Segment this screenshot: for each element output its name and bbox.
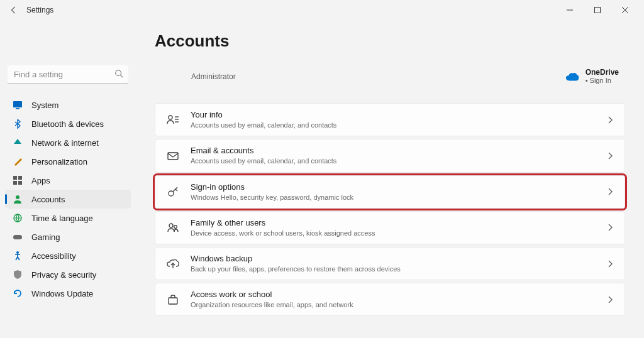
nav-gaming[interactable]: Gaming (5, 227, 131, 246)
person-list-icon (167, 114, 179, 126)
nav-privacy[interactable]: Privacy & security (5, 265, 131, 284)
page-title: Accounts (155, 31, 625, 51)
paintbrush-icon (13, 156, 23, 166)
card-title: Family & other users (191, 218, 596, 229)
svg-rect-5 (16, 108, 19, 109)
svg-rect-4 (13, 101, 22, 107)
person-icon (13, 194, 23, 204)
onedrive-tile[interactable]: OneDrive Sign In (565, 68, 619, 84)
chevron-right-icon (607, 188, 613, 195)
cloud-icon (565, 72, 579, 82)
chevron-right-icon (607, 224, 613, 231)
card-access-work-school[interactable]: Access work or school Organization resou… (155, 283, 625, 316)
card-your-info[interactable]: Your info Accounts used by email, calend… (155, 103, 625, 136)
minimize-icon (567, 7, 573, 13)
nav-bluetooth[interactable]: Bluetooth & devices (5, 114, 131, 133)
briefcase-icon (167, 293, 179, 306)
svg-rect-18 (168, 153, 178, 160)
nav-accessibility[interactable]: Accessibility (5, 246, 131, 265)
accessibility-icon (13, 251, 23, 261)
nav-label: Privacy & security (31, 270, 96, 280)
nav-network[interactable]: Network & internet (5, 133, 131, 152)
nav-label: Bluetooth & devices (31, 119, 104, 129)
nav-label: Windows Update (31, 289, 93, 298)
globe-icon (13, 213, 23, 223)
search-wrap (8, 65, 128, 84)
svg-rect-12 (13, 235, 22, 239)
arrow-left-icon (9, 6, 18, 14)
people-icon (167, 221, 179, 234)
nav-update[interactable]: Windows Update (5, 284, 131, 303)
monitor-icon (13, 100, 23, 110)
card-subtitle: Device access, work or school users, kio… (191, 229, 596, 237)
svg-point-2 (116, 70, 121, 76)
card-family-users[interactable]: Family & other users Device access, work… (155, 211, 625, 244)
card-title: Windows backup (191, 254, 596, 264)
wifi-icon (13, 138, 23, 148)
nav-label: Personalization (31, 157, 87, 166)
svg-rect-9 (18, 181, 22, 185)
minimize-button[interactable] (556, 1, 584, 19)
svg-point-20 (169, 224, 173, 227)
card-subtitle: Organization resources like email, apps,… (191, 300, 596, 309)
svg-point-19 (169, 191, 174, 196)
nav-apps[interactable]: Apps (5, 171, 131, 190)
svg-rect-6 (13, 176, 17, 180)
back-button[interactable] (5, 1, 23, 19)
svg-rect-22 (169, 298, 177, 304)
window-controls (556, 1, 639, 19)
nav-list: System Bluetooth & devices Network & int… (5, 95, 131, 303)
nav-personalization[interactable]: Personalization (5, 152, 131, 171)
sidebar: System Bluetooth & devices Network & int… (0, 20, 136, 338)
close-button[interactable] (611, 1, 639, 19)
key-icon (167, 185, 179, 198)
chevron-right-icon (607, 260, 613, 268)
nav-accounts[interactable]: Accounts (5, 190, 131, 209)
svg-rect-1 (595, 8, 601, 13)
chevron-right-icon (607, 296, 613, 303)
settings-cards: Your info Accounts used by email, calend… (155, 103, 625, 316)
card-subtitle: Accounts used by email, calendar, and co… (191, 121, 596, 129)
card-subtitle: Windows Hello, security key, password, d… (191, 193, 596, 202)
nav-label: System (31, 101, 58, 110)
svg-rect-8 (13, 181, 17, 185)
svg-point-13 (16, 251, 19, 254)
maximize-button[interactable] (584, 1, 611, 19)
backup-icon (167, 258, 179, 270)
card-title: Sign-in options (191, 182, 596, 193)
shield-icon (13, 270, 23, 280)
maximize-icon (594, 7, 601, 13)
profile-role: Administrator (191, 72, 236, 81)
svg-rect-7 (18, 176, 22, 180)
svg-point-14 (169, 116, 172, 119)
titlebar: Settings (0, 0, 644, 20)
nav-label: Apps (31, 176, 50, 185)
nav-label: Accessibility (31, 251, 76, 261)
svg-point-21 (174, 226, 177, 229)
nav-label: Network & internet (31, 138, 99, 148)
card-subtitle: Accounts used by email, calendar, and co… (191, 156, 596, 165)
card-subtitle: Back up your files, apps, preferences to… (191, 264, 596, 273)
search-input[interactable] (8, 65, 128, 84)
nav-label: Gaming (31, 232, 60, 242)
envelope-icon (167, 150, 179, 162)
close-icon (622, 7, 628, 13)
card-title: Access work or school (191, 290, 596, 300)
chevron-right-icon (607, 116, 613, 124)
card-windows-backup[interactable]: Windows backup Back up your files, apps,… (155, 247, 625, 280)
bluetooth-icon (13, 119, 23, 129)
nav-system[interactable]: System (5, 95, 131, 114)
onedrive-title: OneDrive (586, 68, 619, 77)
card-title: Your info (191, 110, 596, 121)
nav-label: Accounts (31, 195, 65, 204)
gamepad-icon (13, 232, 23, 242)
svg-point-10 (16, 195, 19, 199)
nav-time[interactable]: Time & language (5, 209, 131, 227)
card-title: Email & accounts (191, 146, 596, 156)
window-title: Settings (26, 6, 53, 14)
sync-icon (13, 288, 23, 298)
chevron-right-icon (607, 152, 613, 160)
card-email-accounts[interactable]: Email & accounts Accounts used by email,… (155, 139, 625, 172)
onedrive-status: Sign In (586, 77, 619, 84)
card-signin-options[interactable]: Sign-in options Windows Hello, security … (155, 175, 625, 209)
